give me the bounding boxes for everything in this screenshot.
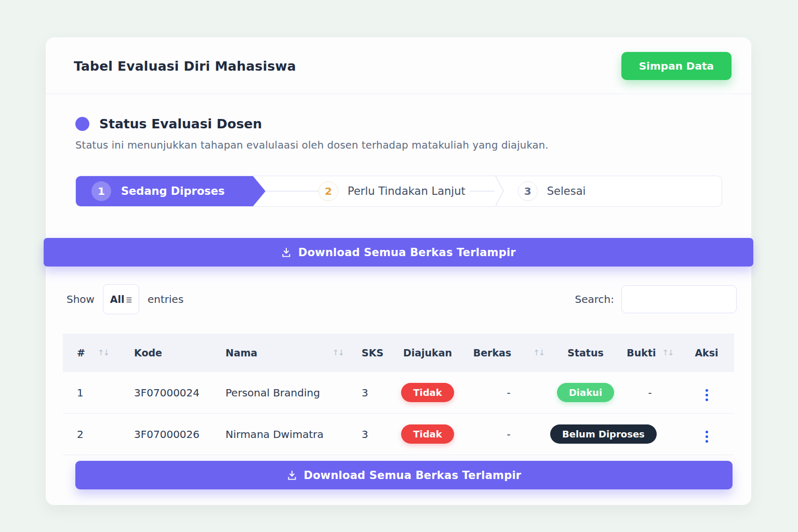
- cell-kode: 3F07000026: [120, 414, 211, 455]
- column-header-nama[interactable]: Nama↑↓: [211, 334, 348, 372]
- column-header-berkas[interactable]: Berkas↑↓: [467, 334, 550, 372]
- download-icon: [287, 470, 297, 481]
- table-controls: Show All ☰ entries Search:: [46, 284, 751, 314]
- evaluation-table: #↑↓ Kode Nama↑↓ SKS Diajukan Berkas↑↓ St…: [63, 334, 734, 455]
- table-row: 2 3F07000026 Nirmana Dwimatra 3 Tidak - …: [63, 414, 734, 455]
- page-title: Tabel Evaluasi Diri Mahasiswa: [74, 59, 296, 74]
- step-label: Sedang Diproses: [121, 185, 225, 197]
- dropdown-icon: ☰: [126, 296, 132, 304]
- cell-berkas: -: [467, 414, 550, 455]
- cell-diajukan: Tidak: [388, 414, 467, 455]
- download-all-footer-button[interactable]: Download Semua Berkas Terlampir: [75, 461, 733, 489]
- section-title: Status Evaluasi Dosen: [99, 116, 262, 131]
- download-footer-label: Download Semua Berkas Terlampir: [304, 469, 522, 482]
- step-chevron-divider-icon: [495, 176, 505, 206]
- step-perlu-tindakan-lanjut: 2 Perlu Tindakan Lanjut: [318, 176, 466, 206]
- status-badge: Belum Diproses: [550, 424, 657, 444]
- cell-berkas: -: [467, 372, 550, 414]
- step-label: Selesai: [547, 185, 586, 197]
- search-input[interactable]: [621, 285, 737, 313]
- step-number-badge: 2: [318, 181, 338, 201]
- cell-diajukan: Tidak: [388, 372, 467, 414]
- table-header-row: #↑↓ Kode Nama↑↓ SKS Diajukan Berkas↑↓ St…: [63, 334, 734, 372]
- column-header-index[interactable]: #↑↓: [63, 334, 120, 372]
- status-stepper: 1 Sedang Diproses 2 Perlu Tindakan Lanju…: [75, 176, 722, 207]
- row-actions-button[interactable]: [701, 429, 712, 445]
- column-header-kode[interactable]: Kode: [120, 334, 211, 372]
- cell-sks: 3: [348, 414, 388, 455]
- step-selesai: 3 Selesai: [518, 176, 586, 206]
- save-data-button[interactable]: Simpan Data: [621, 52, 732, 80]
- row-actions-button[interactable]: [701, 387, 712, 403]
- step-connector-line: [470, 191, 495, 192]
- sort-icon: ↑↓: [98, 348, 109, 357]
- cell-sks: 3: [348, 372, 388, 414]
- cell-index: 1: [63, 372, 120, 414]
- table-row: 1 3F07000024 Personal Branding 3 Tidak -…: [63, 372, 734, 414]
- sort-icon: ↑↓: [332, 348, 343, 357]
- cell-index: 2: [63, 414, 120, 455]
- cell-kode: 3F07000024: [120, 372, 211, 414]
- card-header: Tabel Evaluasi Diri Mahasiswa Simpan Dat…: [46, 37, 751, 94]
- cell-nama: Personal Branding: [211, 372, 348, 414]
- table-body: 1 3F07000024 Personal Branding 3 Tidak -…: [63, 372, 734, 455]
- download-all-banner-button[interactable]: Download Semua Berkas Terlampir: [44, 238, 753, 267]
- search-label: Search:: [575, 293, 614, 305]
- cell-status: Belum Diproses: [550, 414, 621, 455]
- cell-bukti: -: [621, 372, 679, 414]
- step-connector-line: [265, 191, 318, 192]
- cell-status: Diakui: [550, 372, 621, 414]
- download-icon: [281, 247, 291, 258]
- status-badge: Diakui: [557, 383, 614, 402]
- sort-icon: ↑↓: [533, 348, 544, 357]
- sort-icon: ↑↓: [662, 348, 673, 357]
- cell-nama: Nirmana Dwimatra: [211, 414, 348, 455]
- entries-label: entries: [148, 293, 183, 305]
- diajukan-badge: Tidak: [401, 383, 454, 402]
- cell-aksi: [679, 414, 734, 455]
- column-header-status[interactable]: Status: [550, 334, 621, 372]
- step-label: Perlu Tindakan Lanjut: [348, 185, 466, 197]
- section-bullet-icon: [75, 117, 89, 131]
- cell-aksi: [679, 372, 734, 414]
- column-header-sks[interactable]: SKS: [348, 334, 388, 372]
- step-number-badge: 1: [91, 181, 111, 201]
- status-section: Status Evaluasi Dosen Status ini menunju…: [46, 94, 751, 207]
- step-sedang-diproses: 1 Sedang Diproses: [76, 176, 265, 206]
- entries-length-select[interactable]: All ☰: [103, 284, 139, 314]
- evaluation-card: Tabel Evaluasi Diri Mahasiswa Simpan Dat…: [46, 37, 751, 505]
- column-header-diajukan[interactable]: Diajukan: [388, 334, 467, 372]
- section-description: Status ini menunjukkan tahapan evalulaas…: [75, 139, 722, 151]
- length-select-value: All: [110, 294, 125, 305]
- step-number-badge: 3: [518, 181, 538, 201]
- diajukan-badge: Tidak: [401, 424, 454, 444]
- download-banner-label: Download Semua Berkas Terlampir: [298, 246, 516, 259]
- column-header-bukti[interactable]: Bukti↑↓: [621, 334, 679, 372]
- show-label: Show: [66, 293, 95, 305]
- column-header-aksi[interactable]: Aksi: [679, 334, 734, 372]
